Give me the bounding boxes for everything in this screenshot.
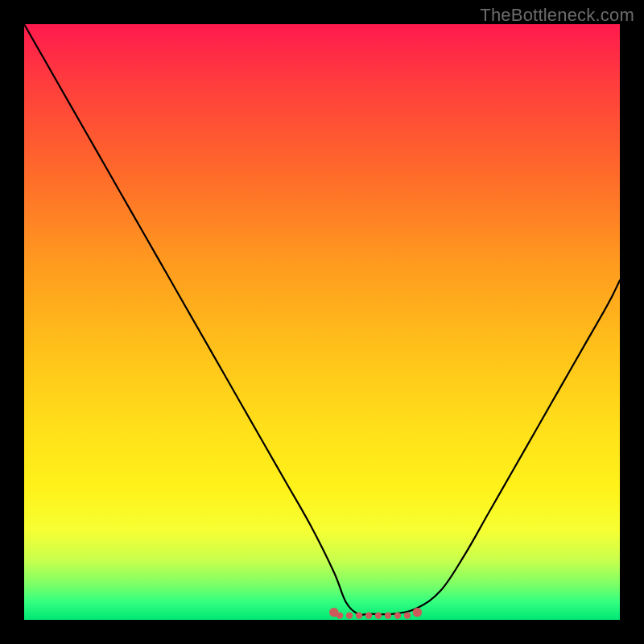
valley-dot	[336, 612, 343, 618]
plot-area	[24, 24, 620, 620]
valley-dot	[346, 612, 353, 618]
bottleneck-curve	[24, 24, 620, 620]
valley-dot	[375, 612, 382, 618]
valley-dot	[365, 612, 372, 618]
valley-dot	[404, 612, 411, 618]
valley-dot	[356, 612, 362, 618]
valley-end-dot	[413, 608, 422, 617]
chart-frame: TheBottleneck.com	[0, 0, 644, 644]
valley-dot	[394, 612, 401, 618]
curve-path	[24, 24, 620, 615]
attribution-text: TheBottleneck.com	[480, 5, 634, 26]
valley-dot	[385, 612, 391, 618]
